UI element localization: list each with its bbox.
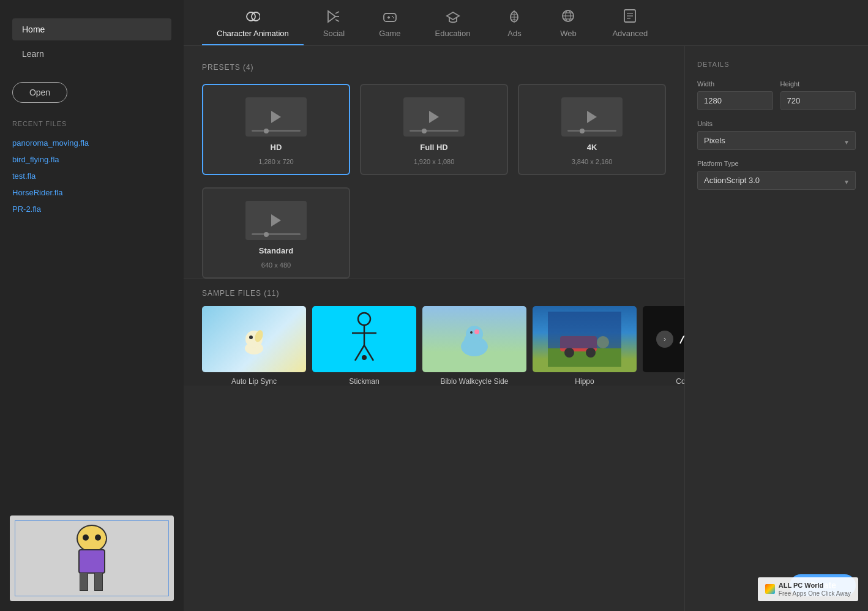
recent-file-3[interactable]: HorseRider.fla [12, 184, 171, 201]
scrubber-standard [252, 233, 301, 235]
tab-advanced-label: Advanced [612, 29, 648, 38]
samples-row: Auto Lip Sync [202, 306, 666, 386]
scrubber-dot-4k [580, 129, 585, 133]
tab-ads-label: Ads [507, 29, 521, 38]
platform-select[interactable]: ActionScript 3.0 HTML5 Canvas WebGL [697, 171, 856, 190]
play-triangle-4k [587, 111, 597, 123]
tab-game[interactable]: Game [364, 2, 415, 45]
scrubber-hd [252, 130, 301, 132]
ads-icon [507, 10, 522, 25]
tab-web-label: Web [560, 29, 577, 38]
sample-stickman-label: Stickman [349, 377, 379, 386]
sidebar-nav: Home Learn [0, 18, 184, 67]
details-title: DETAILS [697, 61, 856, 68]
game-icon [383, 11, 397, 25]
play-triangle-fullhd [429, 111, 439, 123]
sample-auto-lip-label: Auto Lip Sync [231, 377, 277, 386]
char-leg-left [80, 572, 88, 591]
sidebar-preview [10, 515, 174, 601]
hippo-svg [548, 312, 621, 367]
preset-standard-name: Standard [259, 246, 293, 255]
preset-hd[interactable]: HD 1,280 x 720 [202, 84, 350, 175]
svg-line-3 [335, 12, 339, 13]
recent-files-list: panoroma_moving.fla bird_flying.fla test… [0, 135, 184, 501]
education-icon [446, 11, 460, 25]
scrubber-4k [567, 130, 616, 132]
sidebar-item-learn[interactable]: Learn [12, 43, 171, 65]
play-triangle-hd [271, 111, 281, 123]
preset-4k[interactable]: 4K 3,840 x 2,160 [518, 84, 666, 175]
sample-biblo[interactable]: Biblo Walkcycle Side [422, 306, 526, 386]
presets-label: PRESETS (4) [202, 63, 666, 72]
recent-file-0[interactable]: panoroma_moving.fla [12, 135, 171, 151]
platform-label: Platform Type [697, 160, 856, 167]
tab-advanced[interactable]: Advanced [597, 0, 662, 45]
preset-4k-icon [561, 97, 623, 137]
units-group: Units Pixels Centimeters Inches ▼ [697, 120, 856, 150]
tab-social[interactable]: Social [309, 1, 359, 45]
tab-character-animation[interactable]: Character Animation [202, 1, 304, 45]
presets-section: PRESETS (4) HD 1,280 x 720 [184, 46, 684, 611]
sample-biblo-label: Biblo Walkcycle Side [441, 377, 509, 386]
sample-thumb-auto-lip [202, 306, 306, 372]
presets-grid: HD 1,280 x 720 Full HD 1,920 x 1,080 [202, 84, 666, 175]
preset-hd-name: HD [271, 143, 282, 152]
units-label: Units [697, 120, 856, 127]
samples-label: SAMPLE FILES (11) [202, 289, 666, 298]
svg-line-4 [335, 20, 339, 21]
width-label: Width [697, 80, 773, 88]
svg-point-28 [362, 355, 367, 360]
svg-rect-39 [548, 312, 621, 348]
char-eye-right [95, 534, 101, 541]
height-input[interactable] [780, 91, 856, 110]
biblo-svg [450, 315, 499, 364]
standard-row: Standard 640 x 480 [202, 187, 666, 279]
dimension-row: Width Height [697, 80, 856, 110]
sample-hippo[interactable]: Hippo [533, 306, 637, 386]
samples-section: SAMPLE FILES (11) [184, 279, 684, 386]
height-group: Height [780, 80, 856, 110]
width-input[interactable] [697, 91, 773, 110]
svg-point-33 [470, 331, 473, 334]
preset-fullhd-size: 1,920 x 1,080 [414, 158, 455, 165]
char-head [77, 525, 107, 552]
open-button[interactable]: Open [12, 82, 67, 103]
sidebar-item-home[interactable]: Home [12, 18, 171, 40]
samples-next-button[interactable]: › [656, 331, 673, 348]
scrubber-dot-hd [264, 129, 269, 133]
tab-game-label: Game [379, 29, 400, 38]
char-eye-left [83, 534, 89, 541]
svg-point-31 [464, 335, 470, 348]
sample-thumb-stickman [312, 306, 416, 372]
sample-hippo-label: Hippo [575, 377, 594, 386]
recent-file-4[interactable]: PR-2.fla [12, 201, 171, 217]
details-panel: DETAILS Width Height Units Pixels Centim… [684, 46, 868, 611]
tab-web[interactable]: Web [544, 0, 593, 45]
sample-thumb-biblo [422, 306, 526, 372]
recent-file-1[interactable]: bird_flying.fla [12, 151, 171, 168]
tab-social-label: Social [323, 29, 345, 38]
svg-point-0 [247, 12, 255, 21]
units-select[interactable]: Pixels Centimeters Inches [697, 131, 856, 150]
svg-point-32 [474, 329, 479, 334]
stickman-svg [346, 312, 383, 367]
preset-standard[interactable]: Standard 640 x 480 [202, 187, 350, 279]
svg-point-23 [358, 313, 370, 325]
tab-education-label: Education [435, 29, 471, 38]
svg-line-45 [680, 336, 684, 343]
preset-4k-name: 4K [587, 143, 597, 152]
tab-education[interactable]: Education [421, 2, 485, 45]
preset-standard-size: 640 x 480 [261, 261, 291, 269]
char-leg-right [94, 572, 103, 591]
preset-fullhd-icon [403, 97, 465, 137]
sample-complainer-label: Complainer [676, 377, 684, 386]
preset-standard-icon [245, 201, 307, 240]
preset-full-hd[interactable]: Full HD 1,920 x 1,080 [360, 84, 508, 175]
content-area: PRESETS (4) HD 1,280 x 720 [184, 46, 868, 611]
sample-auto-lip-sync[interactable]: Auto Lip Sync [202, 306, 306, 386]
tab-ads[interactable]: Ads [490, 1, 539, 45]
platform-group: Platform Type ActionScript 3.0 HTML5 Can… [697, 160, 856, 190]
recent-file-2[interactable]: test.fla [12, 168, 171, 184]
width-group: Width [697, 80, 773, 110]
sample-stickman[interactable]: Stickman [312, 306, 416, 386]
